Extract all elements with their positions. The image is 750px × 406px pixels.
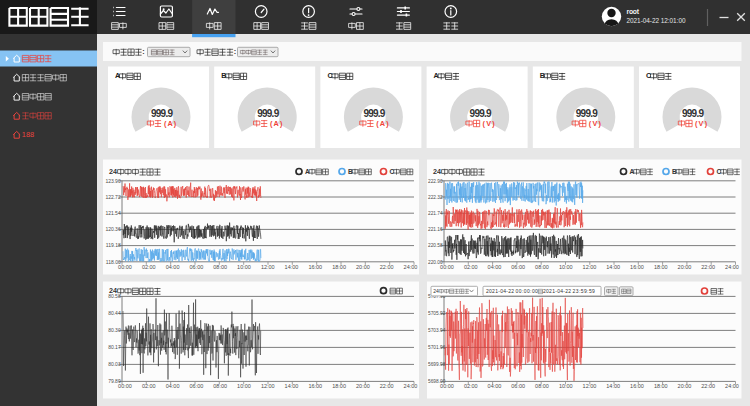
svg-text:121.54: 121.54 xyxy=(105,210,121,216)
svg-text:root: root xyxy=(627,8,640,15)
svg-text:2021-04-22 12:01:00: 2021-04-22 12:01:00 xyxy=(627,17,686,24)
svg-text:16:00: 16:00 xyxy=(308,383,322,389)
svg-text:120.36: 120.36 xyxy=(105,226,121,232)
svg-text:06:00: 06:00 xyxy=(511,264,525,270)
svg-text:222.32: 222.32 xyxy=(428,195,443,200)
svg-text:24: 24 xyxy=(433,167,441,176)
svg-text:80.44: 80.44 xyxy=(108,310,121,316)
svg-text:5703.94: 5703.94 xyxy=(428,328,446,333)
svg-text:5705.92: 5705.92 xyxy=(428,311,446,316)
svg-text:12:00: 12:00 xyxy=(583,383,597,389)
svg-text:14:00: 14:00 xyxy=(606,264,620,270)
svg-text:22:00: 22:00 xyxy=(380,264,394,270)
svg-text:22:00: 22:00 xyxy=(701,264,715,270)
svg-text:16:00: 16:00 xyxy=(630,264,644,270)
svg-text:16:00: 16:00 xyxy=(308,264,322,270)
svg-text:22:00: 22:00 xyxy=(380,383,394,389)
svg-text:10:00: 10:00 xyxy=(237,383,251,389)
svg-text:02:00: 02:00 xyxy=(142,264,156,270)
svg-text:18:00: 18:00 xyxy=(654,264,668,270)
svg-text:14:00: 14:00 xyxy=(606,383,620,389)
svg-text:16:00: 16:00 xyxy=(630,383,644,389)
svg-text:04:00: 04:00 xyxy=(166,383,180,389)
svg-text:5699.98: 5699.98 xyxy=(428,362,446,367)
svg-text:12:00: 12:00 xyxy=(583,264,597,270)
svg-text:06:00: 06:00 xyxy=(511,383,525,389)
svg-text:20:00: 20:00 xyxy=(678,383,692,389)
svg-text:18:00: 18:00 xyxy=(654,383,668,389)
svg-text:14:00: 14:00 xyxy=(285,383,299,389)
svg-text:2021-04-22: 2021-04-22 xyxy=(486,288,514,294)
svg-text:14:00: 14:00 xyxy=(285,264,299,270)
svg-text:08:00: 08:00 xyxy=(213,383,227,389)
svg-text:80.17: 80.17 xyxy=(108,344,121,350)
svg-text:80.30: 80.30 xyxy=(108,327,121,333)
svg-text:22:00: 22:00 xyxy=(701,383,715,389)
svg-text:24:00: 24:00 xyxy=(404,383,418,389)
svg-text:2021-04-22: 2021-04-22 xyxy=(543,288,571,294)
svg-text:(A): (A) xyxy=(270,119,283,128)
svg-text:02:00: 02:00 xyxy=(142,383,156,389)
svg-text:10:00: 10:00 xyxy=(559,264,573,270)
svg-text:24:00: 24:00 xyxy=(725,383,739,389)
svg-text:20:00: 20:00 xyxy=(678,264,692,270)
svg-text:(V): (V) xyxy=(483,119,496,128)
svg-text:00:00: 00:00 xyxy=(118,264,132,270)
svg-text:12:00: 12:00 xyxy=(261,383,275,389)
svg-text:221.16: 221.16 xyxy=(428,227,443,232)
svg-text:20:00: 20:00 xyxy=(356,264,370,270)
svg-text:20:00: 20:00 xyxy=(356,383,370,389)
svg-text:(A): (A) xyxy=(376,119,389,128)
svg-text:02:00: 02:00 xyxy=(464,264,478,270)
svg-text:80.58: 80.58 xyxy=(108,293,121,299)
svg-text:08:00: 08:00 xyxy=(213,264,227,270)
svg-text:119.18: 119.18 xyxy=(106,242,121,248)
svg-text:24:00: 24:00 xyxy=(725,264,739,270)
svg-text:188: 188 xyxy=(22,130,34,139)
svg-text:80.03: 80.03 xyxy=(108,361,121,367)
svg-text:06:00: 06:00 xyxy=(190,383,204,389)
svg-text:08:00: 08:00 xyxy=(535,383,549,389)
svg-text:123.90: 123.90 xyxy=(105,178,121,184)
svg-text::: : xyxy=(234,47,236,56)
svg-text:24: 24 xyxy=(109,167,117,176)
svg-text:(V): (V) xyxy=(589,119,602,128)
svg-text:222.90: 222.90 xyxy=(428,179,443,184)
svg-text:04:00: 04:00 xyxy=(488,264,502,270)
svg-text:00:00: 00:00 xyxy=(440,264,454,270)
svg-text:08:00: 08:00 xyxy=(535,264,549,270)
svg-text:00:00:00: 00:00:00 xyxy=(516,288,539,294)
svg-text:122.72: 122.72 xyxy=(105,194,121,200)
svg-text:00:00: 00:00 xyxy=(118,383,132,389)
svg-text:04:00: 04:00 xyxy=(488,383,502,389)
svg-text:12:00: 12:00 xyxy=(261,264,275,270)
svg-text::: : xyxy=(142,47,144,56)
svg-text:24:00: 24:00 xyxy=(404,264,418,270)
svg-text:5701.96: 5701.96 xyxy=(428,345,446,350)
svg-text:23:59:59: 23:59:59 xyxy=(573,288,596,294)
svg-text:220.58: 220.58 xyxy=(428,243,443,248)
svg-text:06:00: 06:00 xyxy=(190,264,204,270)
svg-text:02:00: 02:00 xyxy=(464,383,478,389)
svg-text:18:00: 18:00 xyxy=(332,264,346,270)
svg-text:04:00: 04:00 xyxy=(166,264,180,270)
svg-text:00:00: 00:00 xyxy=(440,383,454,389)
svg-text:(V): (V) xyxy=(695,119,708,128)
svg-text:221.74: 221.74 xyxy=(428,211,443,216)
svg-text:10:00: 10:00 xyxy=(559,383,573,389)
svg-text:18:00: 18:00 xyxy=(332,383,346,389)
svg-text:(A): (A) xyxy=(164,119,177,128)
svg-text:10:00: 10:00 xyxy=(237,264,251,270)
svg-text:24: 24 xyxy=(433,288,439,294)
